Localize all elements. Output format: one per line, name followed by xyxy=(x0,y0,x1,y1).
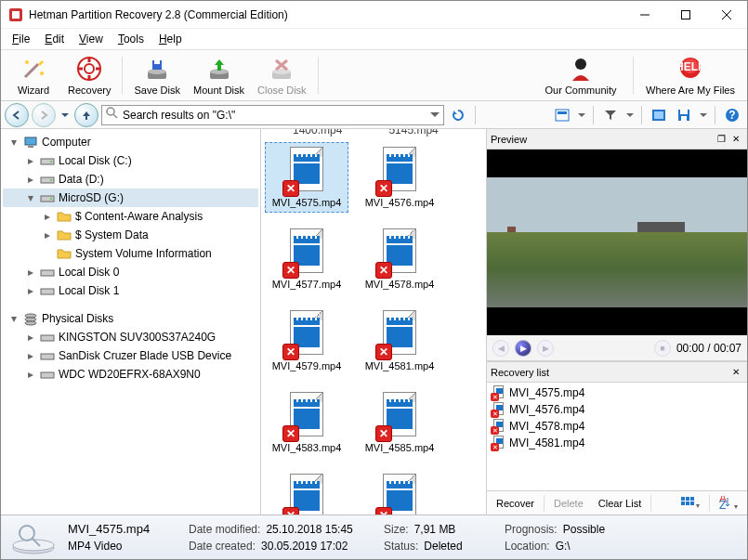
window-title: Hetman Partition Recovery 2.8 (Commercia… xyxy=(29,8,624,21)
address-input[interactable] xyxy=(123,109,426,122)
nav-history-dropdown[interactable] xyxy=(59,105,72,125)
menu-view[interactable]: View xyxy=(73,31,109,47)
file-item[interactable]: ✕MVI_4576.mp4 xyxy=(358,142,441,213)
recovery-item[interactable]: ✕MVI_4576.mp4 xyxy=(489,401,745,418)
preview-viewport[interactable] xyxy=(487,150,747,335)
svg-point-44 xyxy=(50,198,52,200)
file-item[interactable]: ✕ xyxy=(358,469,441,514)
preview-toggle-button[interactable] xyxy=(648,105,670,125)
save-disk-button[interactable]: Save Disk xyxy=(128,53,186,98)
tree-local-0[interactable]: ▸Local Disk 0 xyxy=(3,263,258,281)
file-item[interactable]: ✕MVI_4575.mp4 xyxy=(265,142,348,213)
save-disk-icon xyxy=(143,55,171,83)
tree-wdc[interactable]: ▸WDC WD20EFRX-68AX9N0 xyxy=(3,365,258,384)
play-button[interactable]: ▶ xyxy=(515,340,531,357)
video-file-icon: ✕ xyxy=(377,147,422,195)
wizard-label: Wizard xyxy=(18,85,49,96)
tree-local-1[interactable]: ▸Local Disk 1 xyxy=(3,281,258,300)
mount-disk-button[interactable]: Mount Disk xyxy=(188,53,250,98)
filter-button[interactable] xyxy=(599,105,622,125)
menu-edit[interactable]: Edit xyxy=(39,31,70,47)
file-item[interactable]: ✕MVI_4581.mp4 xyxy=(358,306,441,376)
maximize-button[interactable] xyxy=(665,1,706,29)
file-item[interactable]: ✕ xyxy=(265,469,348,514)
file-item[interactable]: ✕MVI_4578.mp4 xyxy=(358,224,441,294)
video-file-icon: ✕ xyxy=(377,474,422,514)
preview-panel: Preview ❐ ✕ ◀ ▶ ▶ ■ 00:00 / 00:07 xyxy=(487,129,747,362)
tree-pane: ▾Computer ▸Local Disk (C:) ▸Data (D:) ▾M… xyxy=(1,129,261,514)
menu-tools[interactable]: Tools xyxy=(112,31,150,47)
status-thumb xyxy=(8,519,59,556)
tree-physical-disks[interactable]: ▾Physical Disks xyxy=(3,309,258,328)
recovery-item[interactable]: ✕MVI_4575.mp4 xyxy=(489,384,745,401)
files-pane: 1400.mp4 5145.mp4 ✕MVI_4575.mp4 ✕MVI_457… xyxy=(261,129,487,514)
tree-sys-vol-info[interactable]: System Volume Information xyxy=(3,244,258,263)
our-community-button[interactable]: Our Community xyxy=(534,53,627,98)
save-button[interactable] xyxy=(673,105,695,125)
video-file-icon: ✕ xyxy=(492,385,505,400)
recover-button[interactable]: Recover xyxy=(491,496,540,511)
file-item[interactable]: ✕MVI_4585.mp4 xyxy=(358,387,441,458)
wizard-button[interactable]: Wizard xyxy=(7,53,60,98)
drive-icon xyxy=(40,283,55,298)
tree-sandisk[interactable]: ▸SanDisk Cruzer Blade USB Device xyxy=(3,346,258,365)
recovery-footer: Recover Delete Clear List ▾ AZ▾ xyxy=(487,490,747,514)
next-frame-button: ▶ xyxy=(537,340,554,357)
recovery-button[interactable]: Recovery xyxy=(62,53,116,98)
tree-kingston[interactable]: ▸KINGSTON SUV300S37A240G xyxy=(3,328,258,346)
nav-bar: ? xyxy=(1,101,747,129)
collapse-icon: ▾ xyxy=(25,191,36,204)
view-mode-button[interactable] xyxy=(551,105,573,125)
close-button[interactable] xyxy=(706,1,747,29)
tree-system-data[interactable]: ▸$ System Data xyxy=(3,226,258,244)
toolbar-separator xyxy=(318,57,319,94)
nav-up-button[interactable] xyxy=(74,103,98,127)
close-panel-icon[interactable]: ✕ xyxy=(728,132,743,147)
nav-separator xyxy=(715,106,715,124)
minimize-button[interactable] xyxy=(624,1,665,29)
tree-computer[interactable]: ▾Computer xyxy=(3,133,258,151)
recovery-item[interactable]: ✕MVI_4581.mp4 xyxy=(489,435,745,451)
tree-microsd-g[interactable]: ▾MicroSD (G:) xyxy=(3,189,258,207)
svg-text:Z: Z xyxy=(719,499,726,509)
video-file-icon: ✕ xyxy=(284,147,329,195)
svg-rect-15 xyxy=(154,60,160,64)
file-item[interactable]: ✕MVI_4579.mp4 xyxy=(265,306,348,376)
svg-rect-57 xyxy=(686,501,689,505)
mount-disk-icon xyxy=(205,55,233,83)
expand-icon: ▸ xyxy=(25,349,36,362)
close-panel-icon[interactable]: ✕ xyxy=(728,365,743,380)
tree-data-d[interactable]: ▸Data (D:) xyxy=(3,170,258,189)
where-files-button[interactable]: HELP Where Are My Files xyxy=(639,53,741,98)
file-item[interactable]: ✕MVI_4583.mp4 xyxy=(265,387,348,458)
svg-rect-58 xyxy=(690,501,694,505)
nav-forward-button[interactable] xyxy=(32,103,56,127)
tree-content-aware[interactable]: ▸$ Content-Aware Analysis xyxy=(3,207,258,226)
delete-button: Delete xyxy=(548,496,589,511)
view-mode-dropdown[interactable] xyxy=(576,105,587,125)
wand-icon xyxy=(20,55,47,83)
address-bar[interactable] xyxy=(101,105,444,125)
svg-rect-3 xyxy=(682,10,690,19)
rec-sort-icon[interactable]: AZ▾ xyxy=(714,494,743,513)
file-item[interactable]: ✕MVI_4577.mp4 xyxy=(265,224,348,294)
clear-list-button[interactable]: Clear List xyxy=(593,496,647,511)
drive-icon xyxy=(40,265,55,280)
nav-back-button[interactable] xyxy=(5,103,29,127)
undock-icon[interactable]: ❐ xyxy=(714,132,728,147)
menu-file[interactable]: File xyxy=(7,31,35,47)
status-filename: MVI_4575.mp4 xyxy=(68,522,179,536)
save-dropdown[interactable] xyxy=(698,105,709,125)
recovery-item[interactable]: ✕MVI_4578.mp4 xyxy=(489,418,745,435)
filter-dropdown[interactable] xyxy=(624,105,636,125)
rec-view-icon[interactable]: ▾ xyxy=(676,495,705,512)
refresh-button[interactable] xyxy=(447,105,469,125)
video-file-icon: ✕ xyxy=(377,392,422,440)
expand-icon: ▸ xyxy=(42,228,53,241)
help-button[interactable]: ? xyxy=(721,105,743,125)
dropdown-icon[interactable] xyxy=(430,109,440,122)
tree-local-c[interactable]: ▸Local Disk (C:) xyxy=(3,151,258,170)
menu-help[interactable]: Help xyxy=(153,31,188,47)
svg-line-27 xyxy=(113,114,117,118)
svg-point-19 xyxy=(272,69,291,74)
